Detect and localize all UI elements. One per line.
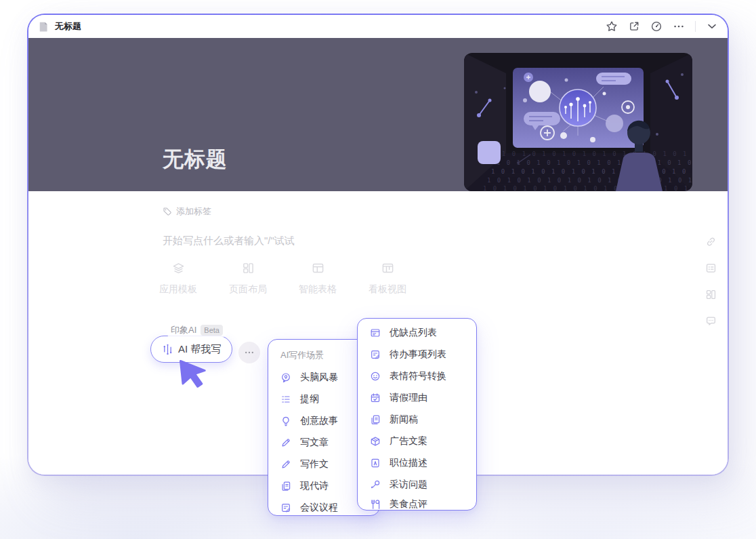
pencil-icon	[280, 459, 291, 470]
ellipsis-icon	[244, 347, 255, 358]
bulb-icon	[280, 416, 291, 426]
menu-item-label: 请假理由	[390, 392, 427, 404]
template-label: 看板视图	[369, 283, 406, 296]
ai-brand-label: 印象AI Beta	[167, 323, 227, 337]
side-tool-strip	[705, 236, 717, 327]
outline-icon	[280, 394, 291, 405]
note-banner: 无标题	[28, 38, 728, 191]
menu-item-label: 头脑风暴	[300, 372, 338, 384]
menu-item-emoji-convert[interactable]: 表情符号转换	[358, 365, 476, 387]
note-title[interactable]: 无标题	[163, 145, 228, 174]
template-label: 智能表格	[299, 283, 337, 296]
layers-icon	[172, 262, 185, 275]
ai-more-scenes-menu: 优缺点列表 待办事项列表 表情符号转换 请假理由 新闻稿 广告文案 职位描述 采…	[357, 318, 477, 511]
editor-placeholder[interactable]: 开始写点什么或者输入"/"试试	[163, 235, 295, 247]
ai-write-button[interactable]: AI 帮我写	[150, 336, 232, 363]
tag-icon	[163, 207, 172, 216]
menu-item-press-release[interactable]: 新闻稿	[358, 409, 476, 431]
menu-item-label: 广告文案	[390, 435, 427, 447]
template-app-templates[interactable]: 应用模板	[154, 262, 202, 296]
menu-item-label: 待办事项列表	[390, 348, 446, 361]
menu-item-label: 职位描述	[390, 457, 427, 469]
microphone-icon	[370, 479, 381, 490]
brainstorm-icon	[280, 372, 291, 383]
menu-item-label: 提纲	[300, 393, 319, 405]
history-clock-icon[interactable]	[650, 20, 663, 33]
beta-badge: Beta	[201, 325, 223, 336]
add-tag-label: 添加标签	[176, 205, 211, 218]
menu-item-label: 写文章	[300, 437, 329, 449]
more-options-button[interactable]	[238, 342, 260, 363]
menu-item-leave-excuse[interactable]: 请假理由	[358, 387, 476, 409]
note-edit-icon	[280, 502, 291, 513]
checklist-icon[interactable]	[705, 262, 717, 274]
chevron-down-icon[interactable]	[706, 20, 718, 33]
titlebar-divider	[695, 21, 696, 32]
calendar-icon	[370, 393, 381, 403]
menu-item-label: 新闻稿	[390, 414, 418, 426]
menu-item-label: 会议议程	[300, 502, 338, 514]
ellipsis-icon[interactable]	[673, 20, 685, 33]
comment-icon[interactable]	[705, 315, 717, 327]
template-shortcuts: 应用模板 页面布局 智能表格 看板视图	[154, 262, 411, 296]
menu-item-interview-questions[interactable]: 采访问题	[358, 474, 476, 496]
svg-text:1 0 1 0 1 0 1 0 1 0 1 0 1 0 1: 1 0 1 0 1 0 1 0 1 0 1 0 1 0 1 0 1 0 1 0 …	[502, 151, 692, 157]
layout-icon	[242, 262, 255, 275]
pages-icon	[280, 481, 291, 492]
smiley-icon	[370, 371, 381, 382]
menu-item-todo-list[interactable]: 待办事项列表	[358, 344, 476, 365]
table-icon	[312, 262, 324, 275]
star-icon[interactable]	[606, 20, 618, 33]
menu-item-food-review[interactable]: 美食点评	[358, 496, 476, 511]
menu-item-label: 美食点评	[390, 498, 427, 511]
pages-icon	[370, 414, 381, 425]
kanban-icon	[381, 262, 394, 275]
menu-item-label: 优缺点列表	[390, 327, 437, 339]
svg-text:1 0 1 0 1 0 1 0 1 0 1 0 1 0 1: 1 0 1 0 1 0 1 0 1 0 1 0 1 0 1 0 1 0 1 0 …	[497, 159, 692, 166]
template-label: 应用模板	[159, 283, 197, 296]
svg-text:1 0 1 0 1 0 1 0 1 0 1 0 1 0 1: 1 0 1 0 1 0 1 0 1 0 1 0 1 0 1 0 1 0 1 0 …	[487, 177, 692, 184]
package-icon	[370, 436, 381, 447]
menu-item-label: 表情符号转换	[390, 370, 446, 382]
doc-a-icon	[370, 458, 381, 468]
ai-brand-text: 印象AI	[171, 324, 196, 336]
ai-sparkle-icon	[162, 344, 173, 355]
template-smart-table[interactable]: 智能表格	[294, 262, 341, 296]
layout-icon[interactable]	[705, 289, 717, 300]
document-icon	[38, 21, 49, 33]
browser-table-icon	[370, 327, 381, 338]
menu-item-label: 写作文	[300, 458, 329, 471]
share-export-icon[interactable]	[628, 20, 640, 33]
pencil-icon	[280, 437, 291, 448]
template-page-layout[interactable]: 页面布局	[224, 262, 272, 296]
link-icon[interactable]	[705, 236, 717, 247]
titlebar-note-title: 无标题	[55, 20, 81, 33]
window-titlebar: 无标题	[28, 15, 728, 38]
menu-item-label: 创意故事	[300, 415, 338, 427]
note-edit-icon	[370, 349, 381, 360]
menu-item-label: 现代诗	[300, 480, 329, 492]
svg-text:1 0 1 0 1 0 1 0 1 0 1 0 1 0 1: 1 0 1 0 1 0 1 0 1 0 1 0 1 0 1 0 1 0 1 0 …	[491, 168, 692, 175]
menu-item-label: 采访问题	[390, 479, 427, 491]
template-label: 页面布局	[229, 283, 267, 296]
cutlery-icon	[370, 499, 381, 510]
menu-item-pros-cons-list[interactable]: 优缺点列表	[358, 322, 476, 344]
menu-item-job-description[interactable]: 职位描述	[358, 452, 476, 474]
ai-write-label: AI 帮我写	[178, 343, 221, 356]
template-kanban-view[interactable]: 看板视图	[364, 262, 411, 296]
ai-illustration: 1 0 1 0 1 0 1 0 1 0 1 0 1 0 1 0 1 0 1 0 …	[464, 53, 692, 191]
menu-item-ad-copy[interactable]: 广告文案	[358, 431, 476, 452]
add-tag-button[interactable]: 添加标签	[163, 205, 211, 218]
